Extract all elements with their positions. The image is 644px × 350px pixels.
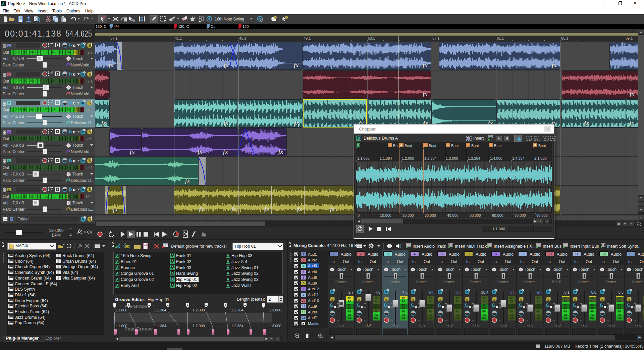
svg-text:S: S [89,130,91,134]
svg-text:S: S [466,298,468,301]
svg-text:S: S [89,44,91,47]
svg-text:÷2: ÷2 [527,138,530,140]
svg-text:4: 4 [400,143,402,147]
svg-text:S: S [89,72,91,76]
svg-text:S: S [331,298,333,301]
svg-text:S: S [574,298,576,301]
svg-text:S: S [439,298,441,301]
svg-text:S: S [493,298,495,301]
svg-text:6: 6 [447,143,448,147]
svg-text:x2: x2 [126,246,129,249]
svg-text:5: 5 [424,143,426,147]
svg-text:7: 7 [467,143,469,147]
svg-text:S: S [89,188,91,192]
svg-text:?: ? [275,16,276,19]
svg-text:S: S [89,159,91,163]
svg-text:S: S [520,298,522,301]
svg-text:?: ? [286,16,287,19]
svg-text:9: 9 [534,143,536,147]
svg-text:S: S [358,298,360,301]
svg-text:S: S [547,298,549,301]
svg-text:S: S [601,298,603,301]
svg-text:S: S [412,298,414,301]
svg-text:S: S [385,298,387,301]
svg-text:S: S [628,298,630,301]
svg-text:2: 2 [357,144,359,147]
svg-text:2: 2 [204,234,205,237]
svg-text:8: 8 [490,143,491,147]
svg-text:S: S [89,101,91,105]
svg-text:3: 3 [389,143,390,147]
svg-text:x2: x2 [535,138,538,140]
svg-text:S: S [89,217,91,221]
svg-text:?: ? [146,244,147,246]
